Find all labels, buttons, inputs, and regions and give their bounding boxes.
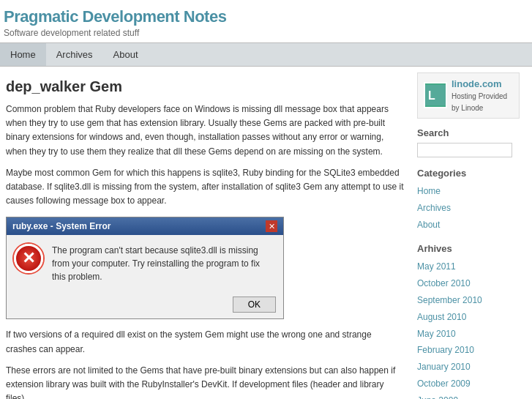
archive-jan2010[interactable]: January 2010 — [417, 359, 520, 376]
linode-logo: L — [424, 82, 447, 108]
error-dialog-footer: OK — [7, 292, 283, 318]
site-title: Pragmatic Development Notes — [4, 7, 528, 26]
error-dialog-body: ✕ The program can't start because sqlite… — [7, 235, 283, 292]
error-dialog-close-button[interactable]: ✕ — [266, 220, 277, 232]
archive-may2010[interactable]: May 2010 — [417, 326, 520, 343]
paragraph-2: Maybe most common Gem for which this hap… — [6, 166, 404, 209]
paragraph-3: If two versions of a required dll exist … — [6, 328, 404, 356]
error-dialog-title-text: ruby.exe - System Error — [12, 221, 111, 231]
error-ok-button[interactable]: OK — [233, 297, 276, 313]
archives-section: Arhives May 2011 October 2010 September … — [417, 243, 520, 399]
error-dialog: ruby.exe - System Error ✕ ✕ The program … — [6, 217, 284, 319]
post-title: dep_walker Gem — [6, 78, 404, 95]
error-icon: ✕ — [14, 244, 43, 273]
category-home[interactable]: Home — [417, 183, 520, 200]
categories-label: Categories — [417, 168, 520, 179]
search-box-container — [417, 143, 520, 157]
archives-label: Arhives — [417, 243, 520, 254]
archive-oct2009[interactable]: October 2009 — [417, 376, 520, 392]
error-message: The program can't start because sqlite3.… — [52, 244, 276, 283]
category-about[interactable]: About — [417, 217, 520, 234]
category-archives[interactable]: Archives — [417, 200, 520, 217]
paragraph-4: These errors are not limited to the Gems… — [6, 364, 404, 399]
archive-jun2009[interactable]: June 2009 — [417, 392, 520, 399]
post-body: Common problem that Ruby developers face… — [6, 102, 404, 399]
sidebar: L linode.com Hosting Provided by Linode … — [410, 67, 527, 399]
error-dialog-title: ruby.exe - System Error ✕ — [7, 217, 283, 235]
linode-text: linode.com Hosting Provided by Linode — [452, 78, 513, 113]
main-content: dep_walker Gem Common problem that Ruby … — [0, 67, 410, 399]
search-input[interactable] — [417, 143, 512, 157]
navigation-bar: Home Archives About — [0, 42, 532, 67]
linode-tagline: Hosting Provided by Linode — [452, 92, 507, 111]
archive-oct2010[interactable]: October 2010 — [417, 275, 520, 292]
site-subtitle: Software development related stuff — [4, 28, 528, 38]
archive-aug2010[interactable]: August 2010 — [417, 309, 520, 326]
archive-sep2010[interactable]: September 2010 — [417, 292, 520, 309]
nav-home[interactable]: Home — [0, 43, 46, 66]
search-label: Search — [417, 127, 520, 138]
search-section: Search — [417, 127, 520, 157]
archive-may2011[interactable]: May 2011 — [417, 258, 520, 275]
linode-name: linode.com — [452, 78, 502, 89]
svg-text:L: L — [428, 89, 435, 102]
nav-about[interactable]: About — [103, 43, 149, 66]
categories-section: Categories Home Archives About — [417, 168, 520, 233]
linode-banner: L linode.com Hosting Provided by Linode — [417, 72, 520, 119]
paragraph-1: Common problem that Ruby developers face… — [6, 102, 404, 159]
archive-feb2010[interactable]: February 2010 — [417, 342, 520, 359]
nav-archives[interactable]: Archives — [46, 43, 103, 66]
